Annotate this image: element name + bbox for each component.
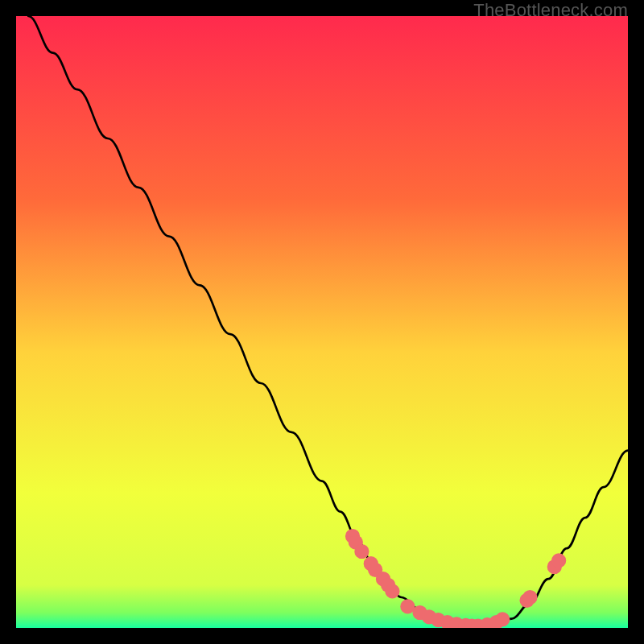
curve-marker — [551, 553, 566, 568]
plot-area — [16, 16, 628, 628]
curve-marker — [522, 590, 537, 605]
curve-marker — [495, 612, 510, 626]
curve-marker — [385, 584, 399, 598]
chart-frame: TheBottleneck.com — [0, 0, 644, 644]
chart-svg — [16, 16, 628, 628]
curve-marker — [354, 544, 369, 559]
gradient-background — [16, 16, 628, 628]
